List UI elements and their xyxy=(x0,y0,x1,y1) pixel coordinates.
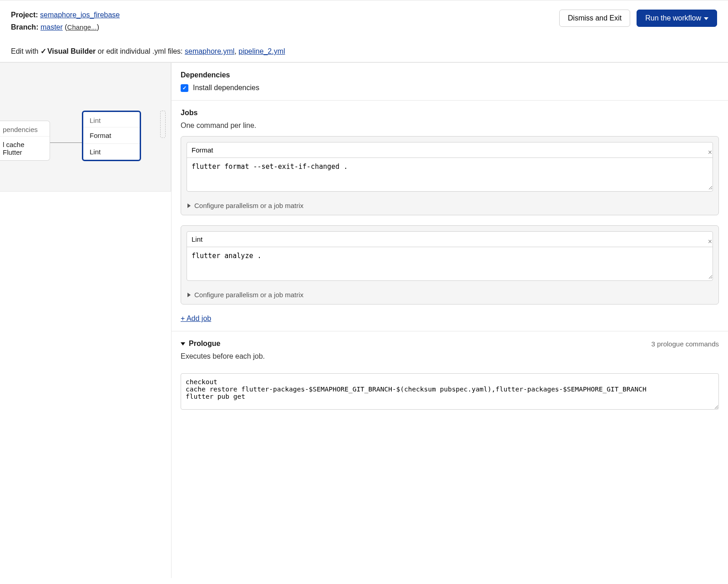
checkbox-checked-icon: ✓ xyxy=(181,84,188,92)
block-editor-panel: Dependencies ✓ Install dependencies Jobs… xyxy=(171,63,728,578)
change-branch-link[interactable]: Change... xyxy=(67,23,97,31)
job-card: × Configure parallelism or a job matrix xyxy=(181,225,719,305)
add-job-link[interactable]: + Add job xyxy=(181,315,211,322)
job-card: × Configure parallelism or a job matrix xyxy=(181,136,719,215)
chevron-right-icon xyxy=(187,293,191,297)
visual-builder-label: Visual Builder xyxy=(47,47,96,55)
chevron-down-icon[interactable] xyxy=(181,342,185,345)
pipeline-block-lint-selected[interactable]: Lint Format Lint xyxy=(82,111,141,161)
job-commands-input[interactable] xyxy=(187,247,713,279)
pipeline-connector xyxy=(50,142,82,143)
job-commands-input[interactable] xyxy=(187,158,713,190)
branch-name-link[interactable]: master xyxy=(40,23,63,31)
project-label: Project: xyxy=(11,11,38,19)
branch-label: Branch: xyxy=(11,23,38,31)
dependency-label: Install dependencies xyxy=(193,84,259,92)
run-workflow-label: Run the workflow xyxy=(645,14,701,22)
remove-job-button[interactable]: × xyxy=(706,236,714,248)
run-workflow-button[interactable]: Run the workflow xyxy=(637,10,717,27)
pipeline-block-job: Format xyxy=(83,127,140,143)
project-meta: Project: semaphore_ios_firebase Branch: … xyxy=(11,9,120,33)
configure-parallelism-toggle[interactable]: Configure parallelism or a job matrix xyxy=(181,286,718,304)
prologue-subtitle: Executes before each job. xyxy=(181,352,719,361)
configure-parallelism-toggle[interactable]: Configure parallelism or a job matrix xyxy=(181,197,718,215)
job-name-input[interactable] xyxy=(187,142,713,158)
edit-bar: Edit with Visual Builder or edit individ… xyxy=(11,41,717,62)
pipeline-block-job: Lint xyxy=(83,143,140,160)
project-name-link[interactable]: semaphore_ios_firebase xyxy=(40,11,120,19)
pipeline-block-dependencies[interactable]: pendencies l cache Flutter xyxy=(0,121,50,161)
prologue-commands-input[interactable] xyxy=(181,373,719,410)
pipeline-block-job: l cache Flutter xyxy=(0,136,50,160)
jobs-subtitle: One command per line. xyxy=(181,122,719,130)
job-name-input[interactable] xyxy=(187,232,713,247)
pipeline-block-header: Lint xyxy=(83,112,140,127)
dismiss-button[interactable]: Dismiss and Exit xyxy=(559,10,630,27)
yml-file-link-2[interactable]: pipeline_2.yml xyxy=(238,47,285,55)
dependency-checkbox-row[interactable]: ✓ Install dependencies xyxy=(181,84,719,92)
jobs-title: Jobs xyxy=(181,109,719,117)
chevron-right-icon xyxy=(187,203,191,208)
yml-file-link-1[interactable]: semaphore.yml xyxy=(185,47,234,55)
pipeline-canvas[interactable]: pendencies l cache Flutter Lint Format L… xyxy=(0,63,171,192)
check-icon xyxy=(40,47,47,55)
prologue-count: 3 prologue commands xyxy=(652,340,719,348)
chevron-down-icon xyxy=(704,17,708,20)
prologue-title: Prologue xyxy=(189,340,220,348)
remove-job-button[interactable]: × xyxy=(706,147,714,158)
pipeline-block-header: pendencies xyxy=(0,121,50,136)
pipeline-placeholder[interactable] xyxy=(160,111,166,138)
dependencies-title: Dependencies xyxy=(181,71,719,79)
